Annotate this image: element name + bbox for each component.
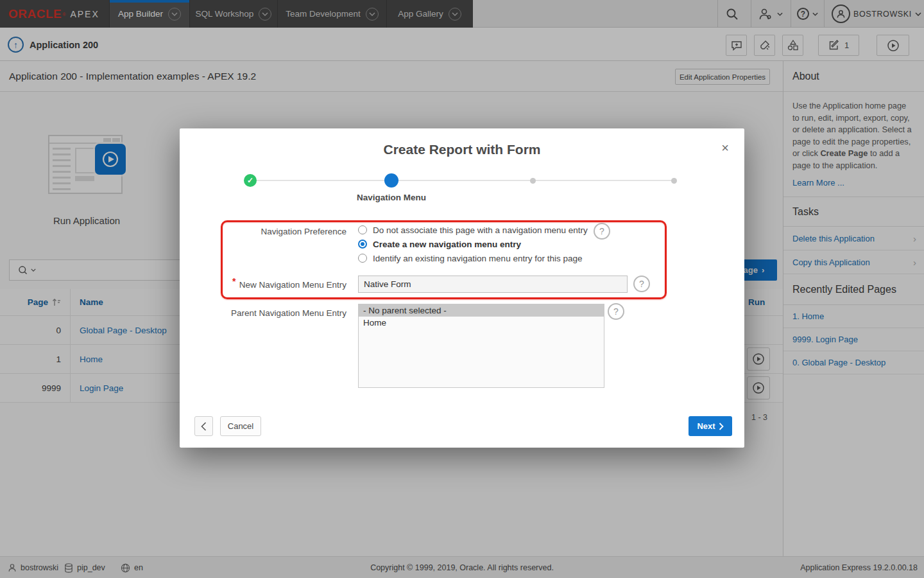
wizard-step-label: Navigation Menu	[327, 193, 456, 202]
next-button[interactable]: Next	[689, 416, 732, 436]
create-report-with-form-dialog: × Create Report with Form ✓ Navigation M…	[180, 128, 744, 448]
radio-option-existing-entry[interactable]: Identify an existing navigation menu ent…	[358, 252, 582, 265]
wizard-step-current	[384, 173, 398, 188]
listbox-option[interactable]: Home	[359, 317, 604, 329]
next-label: Next	[697, 421, 715, 431]
wizard-step-upcoming	[671, 178, 677, 184]
radio-label: Identify an existing navigation menu ent…	[373, 254, 582, 263]
wizard-progress-track	[250, 180, 674, 181]
navigation-preference-label: Navigation Preference	[218, 227, 346, 236]
radio-icon[interactable]	[358, 225, 367, 234]
radio-option-no-association[interactable]: Do not associate this page with a naviga…	[358, 223, 588, 236]
parent-navigation-menu-entry-label: Parent Navigation Menu Entry	[218, 308, 346, 318]
radio-label: Create a new navigation menu entry	[373, 240, 521, 249]
radio-label: Do not associate this page with a naviga…	[373, 225, 588, 235]
dialog-title: Create Report with Form	[180, 142, 744, 157]
radio-option-create-new-entry[interactable]: Create a new navigation menu entry	[358, 238, 521, 250]
wizard-step-upcoming	[530, 178, 536, 184]
new-navigation-menu-entry-label: New Navigation Menu Entry	[218, 280, 346, 290]
radio-selected-icon[interactable]	[358, 240, 367, 249]
new-navigation-menu-entry-input[interactable]	[358, 276, 628, 293]
wizard-back-button[interactable]	[194, 416, 213, 436]
apex-builder-page: ORACLE ® APEX App Builder SQL Workshop T…	[0, 0, 924, 578]
help-icon[interactable]: ?	[608, 303, 624, 320]
help-icon[interactable]: ?	[594, 223, 610, 240]
cancel-button[interactable]: Cancel	[220, 416, 261, 436]
parent-navigation-menu-entry-listbox[interactable]: - No parent selected - Home	[358, 304, 604, 388]
help-icon[interactable]: ?	[633, 276, 650, 292]
radio-icon[interactable]	[358, 254, 367, 263]
wizard-step-complete-icon: ✓	[244, 174, 257, 187]
listbox-option-selected[interactable]: - No parent selected -	[359, 304, 604, 317]
